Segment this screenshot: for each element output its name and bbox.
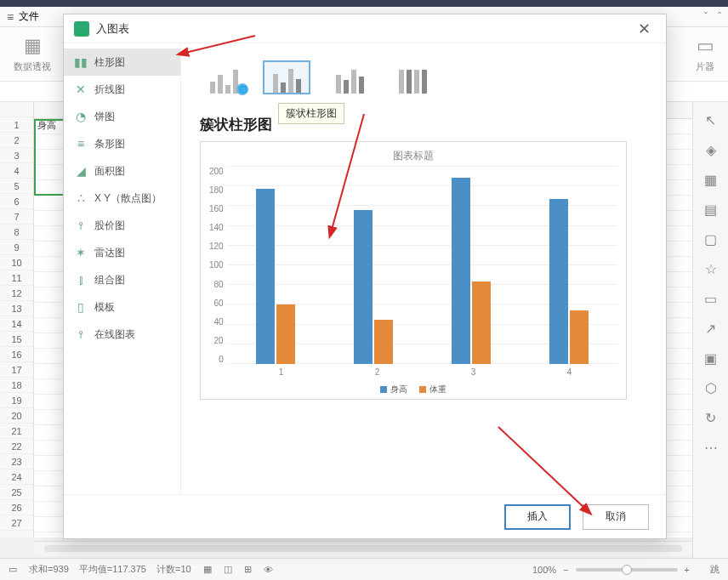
- category-icon: ▮▮: [74, 55, 88, 69]
- category-柱形图[interactable]: ▮▮柱形图: [64, 48, 180, 76]
- category-icon: ⫿: [74, 273, 88, 287]
- bar-身高: [549, 199, 568, 364]
- bar-group: [422, 167, 520, 364]
- file-menu[interactable]: 文件: [19, 9, 39, 24]
- right-side-panel: ↖ ◈ ▦ ▤ ▢ ☆ ▭ ↗ ▣ ⬡ ↻ ⋯: [692, 102, 728, 580]
- bar-身高: [256, 189, 275, 364]
- category-X Y（散点图）[interactable]: ∴X Y（散点图）: [64, 185, 180, 212]
- chart-plot-area: [227, 167, 617, 364]
- zoom-level[interactable]: 100%: [532, 565, 556, 575]
- chart-legend: 身高体重: [209, 384, 617, 395]
- legend-item: 体重: [419, 384, 446, 395]
- console-icon[interactable]: ▭: [9, 564, 17, 575]
- subtype-tooltip: 簇状柱形图: [278, 103, 344, 124]
- bar-体重: [276, 304, 295, 364]
- hamburger-icon[interactable]: ≡: [7, 10, 14, 24]
- close-icon[interactable]: ✕: [633, 20, 656, 38]
- category-icon: ✕: [74, 82, 88, 96]
- category-label: 在线图表: [94, 327, 135, 342]
- status-avg: 平均值=117.375: [79, 563, 146, 576]
- category-雷达图[interactable]: ✶雷达图: [64, 239, 180, 266]
- zoom-in-icon[interactable]: +: [685, 565, 690, 575]
- category-在线图表[interactable]: ⫯在线图表: [64, 321, 180, 348]
- zoom-slider[interactable]: [576, 568, 678, 571]
- category-label: 饼图: [94, 110, 115, 124]
- star-icon[interactable]: ☆: [705, 261, 717, 277]
- status-count: 计数=10: [156, 563, 191, 576]
- zoom-out-icon[interactable]: −: [563, 565, 568, 575]
- pivot-label: 数据透视: [14, 60, 51, 73]
- subtype-stacked-column[interactable]: [326, 60, 373, 94]
- category-icon: ⫯: [74, 219, 88, 232]
- view-split-icon[interactable]: ◫: [224, 564, 232, 575]
- category-组合图[interactable]: ⫿组合图: [64, 266, 180, 293]
- category-模板[interactable]: ▯模板: [64, 293, 180, 321]
- bar-体重: [472, 281, 491, 364]
- jump-label[interactable]: 跳: [710, 563, 719, 576]
- subtype-percent-stacked-column[interactable]: [389, 60, 436, 94]
- app-logo-icon: [74, 21, 89, 37]
- cell-a1: 身高: [37, 119, 56, 132]
- more-icon[interactable]: ⋯: [704, 440, 718, 456]
- slicer-button[interactable]: ▭ 片器: [696, 35, 714, 73]
- cursor-icon[interactable]: ↖: [705, 112, 716, 128]
- category-股价图[interactable]: ⫯股价图: [64, 212, 180, 239]
- slicer-label: 片器: [696, 60, 714, 73]
- bar-身高: [452, 178, 470, 364]
- category-label: 面积图: [94, 164, 125, 179]
- category-饼图[interactable]: ◔饼图: [64, 103, 180, 130]
- cube-icon[interactable]: ⬡: [705, 380, 717, 396]
- shapes-icon[interactable]: ◈: [706, 142, 716, 158]
- layout-icon[interactable]: ▤: [704, 202, 717, 218]
- insert-button[interactable]: 插入: [504, 504, 571, 530]
- bar-体重: [374, 320, 393, 364]
- category-icon: ✶: [74, 246, 88, 259]
- view-grid-icon[interactable]: ▦: [203, 564, 212, 575]
- chart-title: 图表标题: [209, 149, 617, 163]
- category-面积图[interactable]: ◢面积图: [64, 157, 180, 185]
- view-page-icon[interactable]: ⊞: [244, 564, 252, 575]
- pivot-button[interactable]: ▦ 数据透视: [14, 35, 51, 73]
- horizontal-scrollbar[interactable]: [34, 541, 692, 556]
- category-label: 股价图: [94, 219, 125, 233]
- image-icon[interactable]: ▣: [704, 350, 717, 367]
- subtype-clustered-column-2[interactable]: [263, 60, 310, 94]
- status-sum: 求和=939: [29, 563, 69, 576]
- camera-icon[interactable]: ▢: [704, 231, 717, 247]
- category-icon: ≡: [74, 137, 88, 151]
- category-label: 柱形图: [94, 55, 125, 70]
- section-title: 簇状柱形图: [200, 115, 647, 134]
- globe-icon: 🌐: [236, 83, 248, 95]
- legend-item: 身高: [380, 384, 407, 395]
- category-条形图[interactable]: ≡条形图: [64, 130, 180, 157]
- category-icon: ◔: [74, 110, 88, 123]
- category-icon: ◢: [74, 164, 88, 178]
- bar-group: [227, 167, 325, 364]
- category-icon: ∴: [74, 191, 88, 205]
- cancel-button[interactable]: 取消: [583, 504, 649, 530]
- category-折线图[interactable]: ✕折线图: [64, 76, 180, 103]
- category-label: 条形图: [94, 137, 125, 151]
- category-label: 雷达图: [94, 246, 125, 260]
- chevron-up-icon[interactable]: ˆ: [718, 11, 721, 23]
- bar-体重: [570, 310, 589, 364]
- caret-down-icon[interactable]: ˇ: [704, 11, 708, 23]
- bookmark-icon[interactable]: ▭: [704, 291, 717, 307]
- eye-icon[interactable]: 👁: [264, 565, 273, 575]
- bar-身高: [354, 210, 373, 364]
- status-bar: ▭ 求和=939 平均值=117.375 计数=10 ▦ ◫ ⊞ 👁 100% …: [0, 558, 728, 580]
- chart-category-list: ▮▮柱形图✕折线图◔饼图≡条形图◢面积图∴X Y（散点图）⫯股价图✶雷达图⫿组合…: [64, 43, 181, 494]
- table-icon[interactable]: ▦: [704, 172, 717, 188]
- bar-group: [325, 167, 423, 364]
- insert-chart-dialog: 入图表 ✕ ▮▮柱形图✕折线图◔饼图≡条形图◢面积图∴X Y（散点图）⫯股价图✶…: [63, 14, 667, 539]
- subtype-clustered-column[interactable]: 🌐: [200, 60, 247, 94]
- category-label: 组合图: [94, 273, 125, 287]
- category-icon: ⫯: [74, 327, 88, 341]
- share-icon[interactable]: ↗: [705, 321, 716, 337]
- dialog-footer: 插入 取消: [64, 494, 666, 538]
- category-label: 模板: [94, 300, 115, 315]
- category-label: X Y（散点图）: [94, 191, 162, 206]
- history-icon[interactable]: ↻: [705, 410, 716, 426]
- chart-preview: 图表标题 200180160140120100806040200 1234 身高…: [200, 141, 627, 400]
- dialog-title-text: 入图表: [96, 21, 129, 37]
